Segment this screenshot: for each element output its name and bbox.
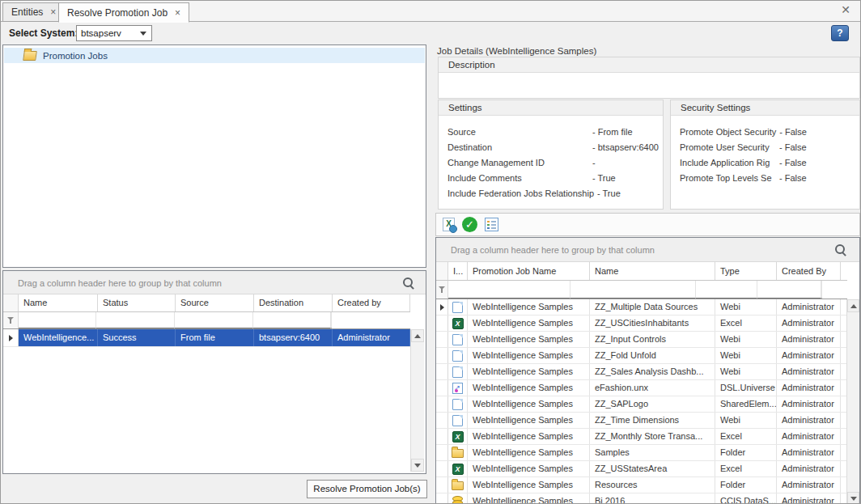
cell-created-by: Administrator — [333, 329, 410, 346]
help-button[interactable]: ? — [831, 25, 849, 41]
table-row[interactable]: WebIntelligence Samples ZZ_Monthly Store… — [436, 429, 847, 445]
object-type-icon — [452, 399, 463, 410]
object-type-icon — [452, 383, 463, 394]
table-row[interactable]: WebIntelligence... Success From file bts… — [3, 329, 410, 347]
table-row[interactable]: WebIntelligence Samples ZZ_Fold Unfold W… — [436, 348, 847, 364]
tree-item-promotion-jobs[interactable]: Promotion Jobs — [4, 48, 425, 63]
column-header[interactable]: Promotion Job Name — [468, 262, 590, 280]
cell-name: WebIntelligence... — [19, 329, 98, 346]
cell-name: ZZ_Time Dimensions — [590, 413, 715, 428]
security-label: Promote Top Levels Se — [680, 171, 779, 186]
table-row[interactable]: WebIntelligence Samples ZZ_USCitiesInhab… — [436, 316, 847, 332]
cell-type: CCIS.DataS... — [715, 493, 777, 504]
filter-cell[interactable] — [570, 281, 696, 299]
table-row[interactable]: WebIntelligence Samples Bi 2016 CCIS.Dat… — [436, 493, 847, 504]
table-row[interactable]: WebIntelligence Samples ZZ_SAPLogo Share… — [436, 396, 847, 413]
security-value: - False — [779, 155, 807, 171]
row-indicator-header — [3, 294, 19, 311]
view-details-icon[interactable] — [485, 218, 498, 231]
resolve-promotion-job-button[interactable]: Resolve Promotion Job(s) — [307, 480, 427, 498]
column-header[interactable]: Status — [98, 294, 176, 311]
grid-rows: WebIntelligence Samples ZZ_Multiple Data… — [436, 299, 847, 504]
cell-type: Folder — [715, 445, 777, 460]
table-row[interactable]: WebIntelligence Samples eFashion.unx DSL… — [436, 380, 847, 396]
export-excel-icon[interactable] — [443, 218, 455, 231]
filter-row — [436, 281, 847, 299]
cell-status: Success — [98, 329, 176, 346]
cell-promotion-job-name: WebIntelligence Samples — [468, 299, 590, 315]
validate-check-icon[interactable] — [462, 217, 477, 232]
column-header[interactable]: Destination — [254, 294, 333, 311]
table-row[interactable]: WebIntelligence Samples Samples Folder A… — [436, 445, 847, 461]
column-header[interactable]: Source — [176, 294, 254, 311]
grid-header-row: NameStatusSourceDestinationCreated by — [3, 294, 410, 312]
search-icon[interactable] — [835, 244, 846, 256]
cell-type: Webi — [715, 299, 777, 315]
object-type-icon-cell — [448, 380, 468, 396]
column-header[interactable]: Name — [19, 294, 98, 311]
filter-cell[interactable] — [96, 312, 175, 328]
tab-resolve-promotion-job[interactable]: Resolve Promotion Job × — [58, 2, 189, 23]
row-indicator-cell — [436, 445, 448, 460]
grid-header-row: I...Promotion Job NameNameTypeCreated By — [436, 262, 847, 281]
scroll-down-icon[interactable] — [411, 459, 424, 472]
cell-name: ZZ_USStatesArea — [590, 461, 715, 476]
filter-funnel-icon — [7, 316, 15, 324]
column-header[interactable]: Name — [590, 262, 715, 280]
table-row[interactable]: WebIntelligence Samples ZZ_USStatesArea … — [436, 461, 847, 477]
cell-name: ZZ_Sales Analysis Dashb... — [590, 364, 715, 379]
scroll-up-icon[interactable] — [411, 329, 424, 342]
close-icon[interactable]: × — [50, 8, 56, 16]
filter-cell[interactable] — [331, 312, 332, 328]
cell-promotion-job-name: WebIntelligence Samples — [468, 429, 590, 444]
search-icon[interactable] — [403, 277, 414, 289]
cell-created-by: Administrator — [777, 380, 841, 396]
cell-type: Excel — [715, 316, 777, 331]
column-header[interactable]: Type — [715, 262, 777, 280]
filter-cell[interactable] — [253, 312, 331, 328]
object-type-icon-cell — [448, 477, 468, 493]
group-by-panel[interactable]: Drag a column header here to group by th… — [436, 238, 859, 262]
cell-name: Bi 2016 — [590, 493, 715, 504]
group-by-hint: Drag a column header here to group by th… — [451, 245, 655, 255]
scroll-down-icon[interactable] — [847, 492, 859, 504]
security-label: Promote Object Security — [680, 125, 779, 140]
tab-entities[interactable]: Entities × — [2, 2, 65, 22]
filter-indicator-cell — [3, 312, 19, 328]
filter-cell[interactable] — [757, 281, 821, 299]
table-row[interactable]: WebIntelligence Samples Resources Folder… — [436, 477, 847, 493]
scroll-up-icon[interactable] — [847, 299, 859, 312]
vertical-scrollbar[interactable] — [846, 299, 859, 504]
filter-cell[interactable] — [448, 281, 570, 299]
setting-label: Include Comments — [447, 171, 592, 186]
object-type-icon — [452, 366, 463, 378]
group-by-panel[interactable]: Drag a column header here to group by th… — [3, 271, 426, 294]
security-value: - False — [779, 125, 807, 140]
column-header[interactable]: I... — [448, 262, 468, 280]
cell-promotion-job-name: WebIntelligence Samples — [468, 445, 590, 460]
filter-cell[interactable] — [696, 281, 757, 299]
object-type-icon-cell — [448, 429, 468, 444]
cell-created-by: Administrator — [777, 364, 841, 379]
filter-cell[interactable] — [175, 312, 253, 328]
tab-strip: Entities × Resolve Promotion Job × ✕ — [1, 1, 860, 22]
table-row[interactable]: WebIntelligence Samples ZZ_Multiple Data… — [436, 299, 847, 316]
table-row[interactable]: WebIntelligence Samples ZZ_Input Control… — [436, 332, 847, 348]
column-header[interactable]: Created by — [333, 294, 410, 311]
table-row[interactable]: WebIntelligence Samples ZZ_Sales Analysi… — [436, 364, 847, 380]
table-row[interactable]: WebIntelligence Samples ZZ_Time Dimensio… — [436, 413, 847, 429]
column-header[interactable]: Created By — [777, 262, 841, 280]
filter-funnel-icon — [439, 286, 446, 294]
filter-cell[interactable] — [821, 281, 822, 299]
system-select-dropdown[interactable]: btsapserv — [76, 25, 152, 41]
cell-type: Webi — [715, 332, 777, 347]
settings-row: Change Management ID - — [439, 155, 663, 171]
filter-cell[interactable] — [19, 312, 96, 328]
row-indicator-cell — [436, 332, 448, 347]
object-type-icon-cell — [448, 348, 468, 363]
window-close-icon[interactable]: ✕ — [841, 4, 850, 15]
vertical-scrollbar[interactable] — [410, 329, 424, 472]
close-icon[interactable]: × — [175, 9, 180, 17]
object-type-icon-cell — [448, 493, 468, 504]
cell-name: ZZ_SAPLogo — [590, 396, 715, 412]
